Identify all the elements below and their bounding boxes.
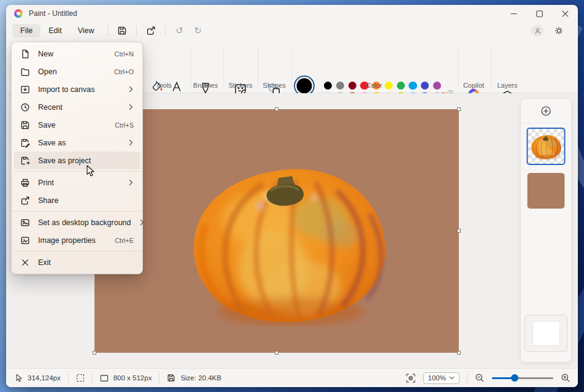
selection-size-icon <box>76 374 85 382</box>
file-menu-item[interactable]: Recent <box>14 98 140 116</box>
file-menu-item-shortcut: Ctrl+S <box>115 121 134 129</box>
file-menu-item[interactable]: Save as <box>14 134 140 152</box>
set-as-desktop-background-icon <box>20 218 30 228</box>
file-menu-item-label: Image properties <box>38 236 107 245</box>
submenu-chevron-icon <box>139 219 145 226</box>
image-properties-icon <box>20 236 30 245</box>
palette-color-swatch[interactable] <box>421 82 429 90</box>
close-button[interactable] <box>552 5 578 22</box>
foreground-color-swatch[interactable] <box>297 79 312 94</box>
file-menu-item-label: Save as project <box>38 156 126 165</box>
brushes-group-label: Brushes <box>193 82 218 89</box>
file-menu-separator <box>12 251 142 252</box>
resize-handle-bottom-right[interactable] <box>457 351 461 355</box>
redo-button[interactable]: ↻ <box>189 23 207 38</box>
layer-2-thumbnail[interactable] <box>528 173 565 209</box>
fit-to-window-icon[interactable] <box>405 373 416 383</box>
color-group-label: Color <box>366 82 382 89</box>
paint-logo-icon <box>14 9 23 18</box>
file-menu-item[interactable]: Exit <box>14 253 140 271</box>
undo-button[interactable]: ↺ <box>171 23 189 38</box>
zoom-dropdown-chevron-icon <box>449 376 455 380</box>
cursor-position-icon <box>15 374 23 383</box>
palette-color-swatch[interactable] <box>348 82 356 90</box>
new-icon <box>20 49 30 59</box>
zoom-level-value: 100% <box>428 374 446 382</box>
resize-handle-bottom-middle[interactable] <box>275 351 279 355</box>
save-quick-button[interactable] <box>113 23 131 38</box>
status-bar: 314,124px 800 x 512px Size: 20.4KB 100% <box>6 368 578 387</box>
share-icon <box>20 196 30 206</box>
zoom-out-icon[interactable] <box>475 373 485 383</box>
ribbon-divider <box>491 45 491 87</box>
resize-handle-bottom-left[interactable] <box>93 351 96 355</box>
file-menu-item-label: Save <box>38 121 107 129</box>
share-quick-button[interactable] <box>142 23 160 38</box>
file-menu-item[interactable]: Image properties Ctrl+E <box>14 231 140 249</box>
zoom-in-icon[interactable] <box>561 373 571 383</box>
file-size-icon <box>167 374 175 382</box>
resize-handle-top-right[interactable] <box>457 107 461 111</box>
account-icon[interactable] <box>531 25 544 37</box>
pumpkin-painting <box>186 159 393 326</box>
stickers-group-label: Stickers <box>228 82 252 89</box>
palette-color-swatch[interactable] <box>409 82 417 90</box>
submenu-chevron-icon <box>128 104 134 110</box>
menu-view[interactable]: View <box>70 24 102 37</box>
file-menu-item[interactable]: Save Ctrl+S <box>14 116 140 134</box>
zoom-slider[interactable] <box>492 374 553 382</box>
file-menu-item-label: Save as <box>38 139 120 147</box>
maximize-button[interactable] <box>526 5 552 22</box>
layers-panel-header <box>521 99 571 123</box>
file-menu-item[interactable]: Open Ctrl+O <box>14 63 140 80</box>
drawing-canvas[interactable] <box>94 109 459 353</box>
file-menu-item-label: Print <box>38 179 120 187</box>
zoom-slider-thumb[interactable] <box>511 374 518 382</box>
import-to-canvas-icon <box>20 85 30 94</box>
window-title: Paint - Untitled <box>29 9 77 18</box>
file-menu-item[interactable]: Set as desktop background <box>14 213 140 231</box>
save-icon <box>20 120 30 130</box>
open-icon <box>20 67 30 77</box>
palette-color-swatch[interactable] <box>433 82 441 90</box>
add-layer-button[interactable] <box>539 104 553 118</box>
file-menu-item[interactable]: New Ctrl+N <box>14 45 140 63</box>
desktop: Paint - Untitled File Edit View ↺ ↻ <box>0 0 584 392</box>
palette-color-swatch[interactable] <box>336 82 344 90</box>
layer-1-thumbnail-selected[interactable] <box>527 128 566 165</box>
text-tool-icon[interactable] <box>171 81 183 93</box>
tools-group-label: Tools <box>156 82 172 89</box>
file-menu-item[interactable]: Share <box>14 191 140 209</box>
resize-handle-right-middle[interactable] <box>457 229 461 233</box>
titlebar: Paint - Untitled <box>6 5 578 22</box>
file-menu-item-shortcut: Ctrl+E <box>115 237 134 244</box>
file-menu-item-label: Import to canvas <box>38 85 120 94</box>
resize-handle-top-middle[interactable] <box>275 107 279 111</box>
menubar-divider <box>136 26 137 36</box>
file-menu-item[interactable]: Print <box>14 174 140 191</box>
save-as-icon <box>20 138 30 148</box>
mouse-cursor <box>86 165 96 177</box>
menu-file[interactable]: File <box>12 24 40 37</box>
file-menu-item-label: Share <box>38 196 126 205</box>
menu-edit[interactable]: Edit <box>40 24 70 37</box>
ribbon-divider <box>458 45 459 87</box>
palette-color-swatch[interactable] <box>397 82 405 90</box>
ribbon-divider <box>223 45 224 87</box>
settings-gear-icon[interactable] <box>550 23 568 38</box>
minimize-button[interactable] <box>501 5 526 22</box>
exit-icon <box>20 258 30 267</box>
palette-color-swatch[interactable] <box>385 82 393 90</box>
file-size-value: Size: 20.4KB <box>180 374 221 382</box>
zoom-level-dropdown[interactable]: 100% <box>423 372 459 384</box>
selection-size-segment <box>69 374 92 382</box>
recent-icon <box>20 102 30 112</box>
background-layer-slot[interactable] <box>524 315 567 352</box>
ribbon-divider <box>291 45 292 87</box>
file-menu-item-shortcut: Ctrl+O <box>114 68 134 75</box>
file-menu-item[interactable]: Save as project <box>14 152 140 169</box>
file-menu-item[interactable]: Import to canvas <box>14 80 140 98</box>
layers-panel <box>520 98 572 363</box>
file-menu-item-label: New <box>38 50 107 58</box>
palette-color-swatch[interactable] <box>324 82 332 90</box>
